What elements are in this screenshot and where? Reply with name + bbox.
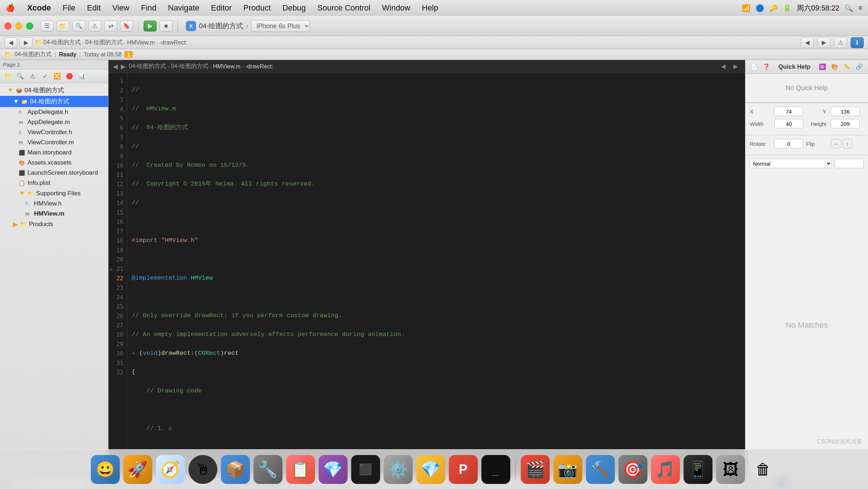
normal-select[interactable]: Normal — [750, 159, 832, 168]
menu-edit[interactable]: Edit — [85, 3, 103, 13]
menu-view[interactable]: View — [110, 3, 131, 13]
dock-app6[interactable]: 📸 — [553, 455, 582, 484]
y-input[interactable] — [831, 107, 860, 116]
dock-safari[interactable]: 🧭 — [156, 455, 185, 484]
editor-forward-btn[interactable]: ▶ — [121, 63, 126, 71]
bc-item-4[interactable]: -drawRect: — [245, 63, 273, 70]
sidebar-toggle-btn[interactable]: ☰ — [41, 21, 54, 31]
sidebar-item-hmview-m[interactable]: m HMView.m — [0, 209, 108, 219]
dock-app11[interactable]: 🖼 — [716, 455, 745, 484]
height-input[interactable] — [831, 119, 860, 128]
file-inspector-btn[interactable]: 📄 — [749, 62, 759, 72]
sidebar-item-hmview-h[interactable]: h HMView.h — [0, 199, 108, 209]
editor-back-btn[interactable]: ◀ — [113, 63, 118, 71]
sidebar-debug-btn[interactable]: 🔀 — [52, 72, 62, 81]
sidebar-search-btn[interactable]: 🔍 — [15, 72, 25, 81]
breadcrumb-file[interactable]: HMView.m — [127, 39, 155, 46]
menu-product[interactable]: Product — [241, 3, 273, 13]
dock-terminal[interactable]: ⬛ — [351, 455, 380, 484]
bookmark-btn[interactable]: 🔖 — [120, 21, 133, 31]
sidebar-item-main-group[interactable]: ▼ 📁 04-绘图的方式 — [0, 96, 108, 107]
breadcrumb-project[interactable]: 04-绘图的方式 — [43, 39, 81, 46]
dock-app1[interactable]: 📦 — [221, 455, 250, 484]
device-selector[interactable]: iPhone 6s Plus — [251, 20, 310, 32]
warning-btn[interactable]: ⚠ — [88, 21, 101, 31]
dock-launchpad[interactable]: 🚀 — [123, 455, 152, 484]
sidebar-item-root-project[interactable]: ▼ 📦 04-绘图的方式 — [0, 85, 108, 96]
menu-xcode[interactable]: Xcode — [25, 3, 53, 13]
nav-left-btn[interactable]: ◀ — [801, 37, 814, 48]
nav-right-btn[interactable]: ▶ — [817, 37, 830, 48]
minimize-button[interactable] — [15, 22, 22, 30]
dock-sketch[interactable]: 💎 — [319, 455, 348, 484]
dock-app4[interactable]: _ — [481, 455, 510, 484]
menu-source-control[interactable]: Source Control — [315, 3, 373, 13]
menu-find[interactable]: Find — [139, 3, 159, 13]
dock-app8[interactable]: 🎯 — [618, 455, 647, 484]
sidebar-item-infoplist[interactable]: 📋 Info.plist — [0, 178, 108, 188]
play-btn[interactable]: ▶ — [144, 21, 157, 31]
dock-settings[interactable]: ⚙️ — [384, 455, 413, 484]
code-text[interactable]: // // HMView.m // 04-绘图的方式 // // Created… — [127, 73, 745, 475]
sidebar-item-assets[interactable]: 🎨 Assets.xcassets — [0, 158, 108, 168]
editor-nav-right[interactable]: ▶ — [731, 62, 741, 71]
dock-app10[interactable]: 📱 — [684, 455, 712, 484]
bc-item-1[interactable]: 04-绘图的方式 — [129, 63, 166, 70]
sidebar-item-supporting-files[interactable]: ▼ 📁 Supporting Files — [0, 188, 108, 199]
menu-window[interactable]: Window — [380, 3, 412, 13]
search-btn[interactable]: 🔍 — [72, 21, 85, 31]
identity-inspector-btn[interactable]: 🆔 — [817, 62, 827, 72]
sidebar-item-viewcontroller-h[interactable]: h ViewController.h — [0, 127, 108, 137]
size-inspector-btn[interactable]: 📏 — [842, 62, 852, 72]
sidebar-item-appdelegate-h[interactable]: h AppDelegate.h — [0, 107, 108, 117]
connect-inspector-btn[interactable]: 🔗 — [854, 62, 864, 72]
normal-value-input[interactable] — [835, 159, 864, 168]
stop-btn[interactable]: ■ — [159, 21, 173, 31]
dock-app9[interactable]: 🎵 — [651, 455, 680, 484]
breadcrumb-group[interactable]: 04-绘图的方式 — [85, 39, 123, 46]
breadcrumb-method[interactable]: -drawRect: — [159, 39, 187, 46]
flip-v-btn[interactable]: ↕ — [842, 139, 852, 148]
next-btn[interactable]: ▶ — [20, 37, 33, 48]
sidebar-item-launch-storyboard[interactable]: ⬛ LaunchScreen.storyboard — [0, 168, 108, 178]
attr-inspector-btn[interactable]: 🎨 — [830, 62, 840, 72]
dock-pocket[interactable]: P — [449, 455, 478, 484]
alert-btn[interactable]: ⚠ — [834, 37, 847, 48]
dock-app2[interactable]: 🔧 — [254, 455, 282, 484]
sidebar-item-main-storyboard[interactable]: ⬛ Main.storyboard — [0, 148, 108, 158]
menu-editor[interactable]: Editor — [209, 3, 234, 13]
folder-btn[interactable]: 📁 — [56, 21, 69, 31]
width-input[interactable] — [774, 119, 803, 128]
sidebar-folder-btn[interactable]: 📁 — [3, 72, 13, 81]
x-input[interactable] — [774, 107, 803, 116]
rotate-input[interactable] — [774, 139, 803, 148]
diff-btn[interactable]: ⇄ — [104, 21, 117, 31]
dock-finder[interactable]: 😀 — [91, 455, 120, 484]
sidebar-item-products[interactable]: ▶ 📁 Products — [0, 219, 108, 230]
sidebar-breakpoint-btn[interactable]: 🔴 — [64, 72, 75, 81]
editor-nav-left[interactable]: ◀ — [718, 62, 728, 71]
sidebar-warning-btn[interactable]: ⚠ — [27, 72, 38, 81]
dock-app7[interactable]: 🔨 — [586, 455, 615, 484]
info-btn[interactable]: ℹ — [851, 37, 864, 48]
dock-app5[interactable]: 🎬 — [521, 455, 550, 484]
sidebar-item-appdelegate-m[interactable]: m AppDelegate.m — [0, 117, 108, 127]
apple-icon[interactable]: 🍎 — [6, 4, 15, 12]
menu-help[interactable]: Help — [420, 3, 441, 13]
sidebar-report-btn[interactable]: 📊 — [77, 72, 87, 81]
fullscreen-button[interactable] — [26, 22, 33, 30]
dock-mouse[interactable]: 🖱 — [188, 455, 217, 484]
menu-file[interactable]: File — [60, 3, 77, 13]
sidebar-item-viewcontroller-m[interactable]: m ViewController.m — [0, 137, 108, 148]
menu-navigate[interactable]: Navigate — [166, 3, 202, 13]
bc-item-2[interactable]: 04-绘图的方式 — [171, 63, 208, 70]
spotlight-icon[interactable]: 🔍 — [844, 4, 853, 12]
dock-sketch2[interactable]: 💎 — [416, 455, 445, 484]
quick-help-btn[interactable]: ❓ — [761, 62, 771, 72]
menu-extras-icon[interactable]: ≡ — [858, 4, 862, 12]
menu-debug[interactable]: Debug — [280, 3, 308, 13]
dock-trash[interactable]: 🗑 — [749, 455, 778, 484]
bc-item-3[interactable]: HMView.m — [213, 63, 241, 70]
prev-btn[interactable]: ◀ — [4, 37, 17, 48]
dock-app3[interactable]: 📋 — [286, 455, 315, 484]
